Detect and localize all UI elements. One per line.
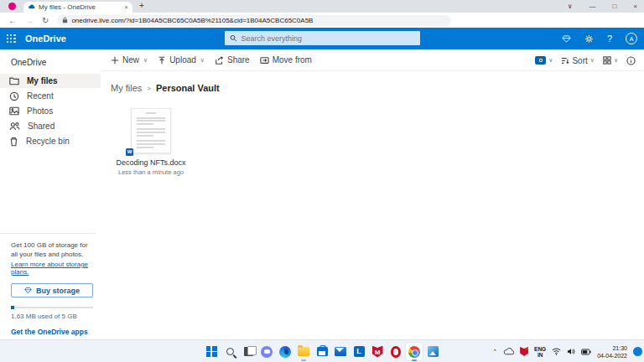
wifi-icon[interactable] — [552, 348, 561, 355]
microsoft-store-button[interactable] — [313, 342, 331, 361]
command-bar: New ∨ Upload ∨ Share Move from ∨ — [101, 49, 644, 71]
sidebar-item-photos[interactable]: Photos — [0, 104, 101, 118]
onedrive-logo-text[interactable]: OneDrive — [25, 34, 66, 44]
photos-app-button[interactable] — [423, 342, 442, 361]
sidebar-item-label: Photos — [27, 106, 53, 116]
vault-status-button[interactable]: ∨ — [535, 56, 553, 65]
get-onedrive-apps-link[interactable]: Get the OneDrive apps — [11, 328, 96, 336]
language-line2: IN — [538, 352, 543, 358]
teams-chat-button[interactable] — [257, 342, 276, 361]
breadcrumb: My files > Personal Vault — [111, 83, 220, 93]
window-close-icon[interactable]: × — [633, 3, 637, 10]
recording-indicator-dot — [8, 3, 16, 10]
word-file-type-badge: W — [126, 148, 133, 156]
photos-app-icon — [428, 346, 439, 357]
thumb-line — [137, 123, 153, 125]
teams-chat-icon — [261, 346, 273, 358]
sort-button[interactable]: Sort ∨ — [561, 56, 594, 65]
new-tab-button[interactable]: + — [139, 1, 144, 10]
window-minimize-icon[interactable]: — — [589, 3, 595, 10]
battery-icon[interactable] — [581, 349, 591, 355]
onedrive-tray-icon[interactable] — [503, 348, 514, 355]
account-avatar[interactable]: A — [626, 33, 637, 44]
taskbar-search-button[interactable] — [221, 342, 239, 361]
store-icon — [317, 347, 328, 356]
view-options-button[interactable]: ∨ — [603, 56, 618, 65]
storage-plans-link[interactable]: Learn more about storage plans. — [11, 261, 96, 276]
opera-button[interactable] — [387, 342, 405, 361]
thumb-line — [137, 117, 165, 119]
sidebar-item-shared[interactable]: Shared — [0, 119, 101, 133]
main-content: New ∨ Upload ∨ Share Move from ∨ — [101, 49, 644, 339]
taskbar: L M ⌃ ENG IN 21:30 04-04-2022 — [0, 339, 644, 362]
upload-button[interactable]: Upload ∨ — [158, 55, 205, 65]
browser-tabstrip: My files - OneDrive × + ∨ — □ × — [0, 0, 644, 13]
buy-storage-label: Buy storage — [36, 287, 80, 295]
thumb-line — [137, 128, 165, 130]
chevron-down-icon: ∨ — [143, 57, 148, 64]
chrome-button[interactable] — [405, 342, 423, 361]
start-button[interactable] — [202, 342, 221, 361]
search-input[interactable] — [241, 34, 415, 43]
reload-icon[interactable]: ↻ — [42, 16, 49, 25]
thumb-line — [137, 132, 165, 133]
back-icon[interactable]: ← — [8, 16, 17, 25]
sidebar-footer: Get 100 GB of storage for all your files… — [0, 233, 96, 336]
task-view-button[interactable] — [239, 342, 257, 361]
help-icon[interactable]: ? — [607, 34, 612, 44]
premium-diamond-icon[interactable] — [562, 34, 571, 44]
sort-icon — [561, 57, 569, 65]
move-from-button[interactable]: Move from — [260, 55, 312, 65]
sidebar-item-label: Recent — [27, 91, 54, 101]
tray-date: 04-04-2022 — [597, 353, 627, 359]
mail-icon — [335, 347, 346, 356]
new-label: New — [122, 55, 139, 65]
file-explorer-button[interactable] — [294, 342, 313, 361]
app-launcher-icon[interactable] — [7, 34, 16, 44]
volume-icon[interactable] — [567, 348, 575, 355]
trash-icon — [9, 137, 18, 147]
share-button[interactable]: Share — [215, 55, 250, 65]
search-box[interactable] — [225, 31, 420, 45]
sidebar-item-recycle-bin[interactable]: Recycle bin — [0, 134, 101, 148]
mcafee-tray-icon[interactable] — [520, 347, 528, 356]
grid-view-icon — [603, 56, 611, 65]
window-menu-icon[interactable]: ∨ — [568, 3, 573, 10]
tray-overflow-chevron-icon[interactable]: ⌃ — [492, 349, 497, 355]
thumb-line — [146, 112, 156, 114]
share-label: Share — [227, 55, 250, 65]
new-button[interactable]: New ∨ — [111, 55, 148, 65]
file-tile[interactable]: W Decoding NFTs.docx Less than a minute … — [112, 108, 190, 176]
sort-label: Sort — [572, 56, 587, 65]
settings-gear-icon[interactable] — [584, 34, 594, 44]
notification-badge[interactable] — [633, 347, 642, 356]
browser-tab[interactable]: My files - OneDrive × — [23, 2, 132, 13]
plus-icon — [111, 56, 119, 65]
tray-time: 21:30 — [612, 345, 627, 351]
clock-icon — [9, 91, 19, 101]
mail-button[interactable] — [331, 342, 350, 361]
tab-close-icon[interactable]: × — [124, 3, 128, 11]
people-icon — [9, 122, 20, 131]
search-icon — [230, 34, 236, 42]
sidebar-item-recent[interactable]: Recent — [0, 89, 101, 103]
share-icon — [215, 56, 224, 65]
window-maximize-icon[interactable]: □ — [612, 3, 616, 10]
url-bar[interactable]: onedrive.live.com/?id=1B04A5CBC65C0A5B%2… — [57, 15, 451, 26]
folder-icon — [9, 76, 19, 85]
language-indicator[interactable]: ENG IN — [534, 346, 546, 358]
clock[interactable]: 21:30 04-04-2022 — [597, 344, 627, 359]
diamond-icon — [24, 287, 32, 294]
thumb-line — [137, 135, 153, 137]
file-name[interactable]: Decoding NFTs.docx — [112, 158, 190, 167]
l-app-button[interactable]: L — [350, 342, 368, 361]
buy-storage-button[interactable]: Buy storage — [11, 283, 93, 297]
info-icon[interactable] — [626, 56, 636, 65]
breadcrumb-my-files[interactable]: My files — [111, 83, 142, 93]
edge-button[interactable] — [276, 342, 294, 361]
sidebar-item-my-files[interactable]: My files — [0, 74, 101, 88]
forward-icon[interactable]: → — [25, 16, 34, 25]
mcafee-button[interactable]: M — [368, 342, 387, 361]
system-tray: ⌃ ENG IN 21:30 04-04-2022 — [492, 340, 642, 362]
file-explorer-icon — [298, 347, 309, 356]
